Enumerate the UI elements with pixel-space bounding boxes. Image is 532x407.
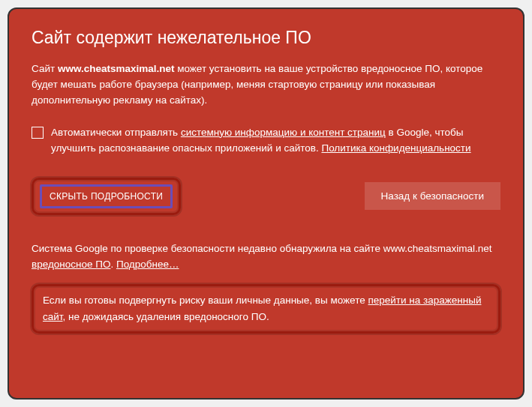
report-checkbox[interactable] (32, 127, 44, 139)
desc-prefix: Сайт (32, 63, 58, 74)
malware-link[interactable]: вредоносное ПО (32, 259, 110, 270)
warning-title: Сайт содержит нежелательное ПО (32, 28, 500, 48)
report-checkbox-label: Автоматически отправлять системную инфор… (51, 125, 500, 157)
back-to-safety-button[interactable]: Назад к безопасности (365, 182, 500, 210)
cb-text-1: Автоматически отправлять (51, 127, 181, 138)
details-t1: Система Google по проверке безопасности … (32, 243, 491, 254)
system-info-link[interactable]: системную информацию и контент страниц (181, 127, 386, 138)
details-text: Система Google по проверке безопасности … (32, 241, 500, 273)
privacy-policy-link[interactable]: Политика конфиденциальности (321, 142, 470, 154)
hide-details-highlight: СКРЫТЬ ПОДРОБНОСТИ (32, 178, 181, 215)
desc-domain: www.cheatsmaximal.net (58, 63, 175, 74)
proceed-t2: , не дожидаясь удаления вредоносного ПО. (63, 311, 269, 322)
warning-description: Сайт www.cheatsmaximal.net может установ… (32, 61, 500, 109)
report-checkbox-row: Автоматически отправлять системную инфор… (32, 125, 500, 157)
button-row: СКРЫТЬ ПОДРОБНОСТИ Назад к безопасности (32, 178, 500, 215)
hide-details-button[interactable]: СКРЫТЬ ПОДРОБНОСТИ (40, 184, 173, 208)
learn-more-link[interactable]: Подробнее… (116, 259, 179, 270)
proceed-highlight: Если вы готовы подвергнуть риску ваши ли… (32, 284, 500, 333)
safe-browsing-warning: Сайт содержит нежелательное ПО Сайт www.… (8, 7, 524, 400)
details-t2: . (110, 259, 116, 270)
proceed-t1: Если вы готовы подвергнуть риску ваши ли… (43, 295, 368, 306)
